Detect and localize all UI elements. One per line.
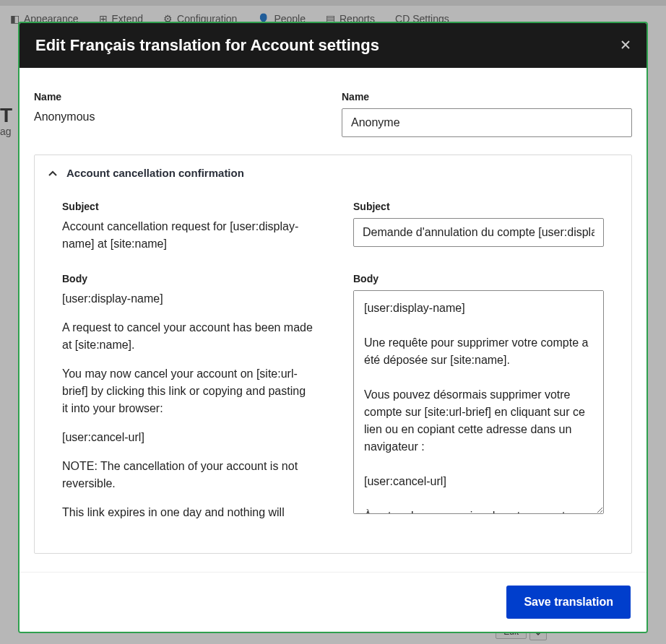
save-translation-button[interactable]: Save translation	[506, 586, 631, 619]
close-button[interactable]	[620, 38, 631, 53]
close-icon	[620, 40, 631, 50]
subject-target-input[interactable]	[353, 218, 604, 247]
body-source-p1: A request to cancel your account has bee…	[62, 319, 313, 354]
chevron-up-icon	[48, 168, 58, 178]
body-source-p2: You may now cancel your account on [site…	[62, 365, 313, 417]
subject-target-label: Subject	[353, 201, 604, 212]
section-title: Account cancellation confirmation	[66, 167, 244, 179]
name-source-field: Name Anonymous	[34, 91, 324, 137]
name-target-label: Name	[342, 91, 632, 103]
body-target-label: Body	[353, 273, 604, 284]
name-target-input[interactable]	[342, 108, 632, 137]
subject-target-field: Subject	[353, 201, 604, 253]
name-target-field: Name	[342, 91, 632, 137]
subject-source-label: Subject	[62, 201, 313, 212]
translation-modal: Edit Français translation for Account se…	[18, 22, 648, 633]
body-source-p0: [user:display-name]	[62, 290, 313, 308]
cancellation-section: Account cancellation confirmation Subjec…	[34, 155, 632, 554]
modal-header: Edit Français translation for Account se…	[20, 23, 646, 68]
body-source-p3: [user:cancel-url]	[62, 429, 313, 446]
name-source-label: Name	[34, 91, 324, 103]
modal-footer: Save translation	[20, 572, 646, 632]
body-target-field: Body	[353, 273, 604, 533]
subject-source-value: Account cancellation request for [user:d…	[62, 218, 313, 253]
body-source-label: Body	[62, 273, 313, 284]
section-content: Subject Account cancellation request for…	[35, 191, 631, 553]
name-source-value: Anonymous	[34, 108, 324, 126]
body-source-field: Body [user:display-name] A request to ca…	[62, 273, 313, 533]
section-toggle[interactable]: Account cancellation confirmation	[35, 155, 631, 191]
body-source-value: [user:display-name] A request to cancel …	[62, 290, 313, 521]
body-source-p4: NOTE: The cancellation of your account i…	[62, 458, 313, 492]
modal-body[interactable]: Name Anonymous Name Account cancellation…	[20, 68, 646, 572]
body-source-p5: This link expires in one day and nothing…	[62, 504, 313, 521]
body-target-textarea[interactable]	[353, 290, 604, 514]
modal-title: Edit Français translation for Account se…	[35, 36, 379, 55]
subject-source-field: Subject Account cancellation request for…	[62, 201, 313, 253]
